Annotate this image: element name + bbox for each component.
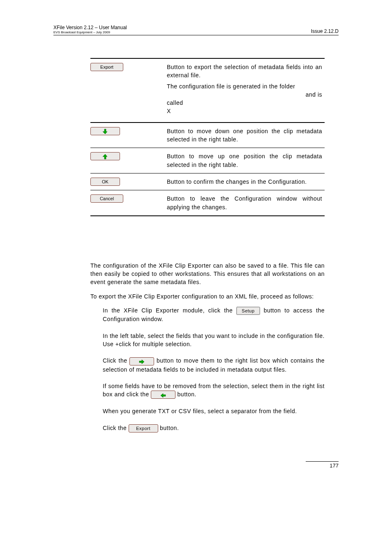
desc-text: The configuration file is generated in t… bbox=[167, 82, 322, 90]
paragraph: The configuration of the XFile Clip Expo… bbox=[90, 261, 325, 287]
table-row: Export Button to export the selection of… bbox=[90, 58, 325, 123]
button-description-table: Export Button to export the selection of… bbox=[90, 58, 325, 216]
ok-button[interactable]: OK bbox=[90, 178, 120, 186]
move-right-button[interactable] bbox=[129, 357, 154, 365]
step-6: Click the Export button. bbox=[103, 424, 325, 432]
body-section: The configuration of the XFile Clip Expo… bbox=[90, 261, 325, 301]
step-text: button. bbox=[178, 391, 196, 398]
page-footer: 177 bbox=[53, 461, 339, 469]
page-number: 177 bbox=[306, 461, 339, 469]
step-text: In the XFile Clip Exporter module, click… bbox=[103, 307, 236, 314]
desc-text: Button to confirm the changes in the Con… bbox=[167, 173, 325, 190]
setup-button[interactable]: Setup bbox=[236, 307, 260, 315]
desc-text: and is bbox=[167, 90, 322, 99]
table-row: Button to move down one position the cli… bbox=[90, 123, 325, 148]
export-button[interactable]: Export bbox=[90, 63, 123, 71]
step-2: In the left table, select the fields tha… bbox=[103, 332, 325, 349]
move-left-button[interactable] bbox=[151, 391, 175, 399]
step-text: Click the bbox=[103, 425, 129, 431]
page-header: XFile Version 2.12 – User Manual EVS Bro… bbox=[53, 25, 339, 35]
desc-text: called bbox=[167, 99, 322, 107]
step-text: button. bbox=[160, 425, 179, 431]
header-left: XFile Version 2.12 – User Manual EVS Bro… bbox=[53, 25, 127, 34]
step-text: field. bbox=[284, 408, 297, 414]
move-down-button[interactable] bbox=[90, 127, 120, 135]
table-row: OK Button to confirm the changes in the … bbox=[90, 173, 325, 190]
arrow-left-icon bbox=[160, 393, 166, 398]
step-text: When you generate TXT or CSV files, sele… bbox=[103, 408, 284, 414]
paragraph: To export the XFile Clip Exporter config… bbox=[90, 292, 325, 301]
desc-text: Button to leave the Configuration window… bbox=[167, 190, 325, 216]
step-4: If some fields have to be removed from t… bbox=[103, 382, 325, 399]
step-text: +click for multiple selection. bbox=[115, 341, 192, 347]
step-text: If some fields have to be removed from t… bbox=[103, 383, 325, 398]
table-row: Button to move up one position the clip … bbox=[90, 148, 325, 173]
export-description: Button to export the selection of metada… bbox=[167, 58, 325, 123]
arrow-right-icon bbox=[139, 359, 145, 364]
desc-text: Button to move up one position the clip … bbox=[167, 148, 325, 173]
export-button-inline[interactable]: Export bbox=[129, 424, 158, 432]
arrow-down-icon bbox=[102, 129, 108, 134]
step-text: Click the bbox=[103, 357, 129, 364]
steps-list: In the XFile Clip Exporter module, click… bbox=[103, 306, 325, 432]
desc-text: Button to move down one position the cli… bbox=[167, 123, 325, 148]
issue-number: Issue 2.12.D bbox=[311, 28, 339, 34]
move-up-button[interactable] bbox=[90, 152, 120, 160]
step-5: When you generate TXT or CSV files, sele… bbox=[103, 407, 325, 415]
manual-subtitle: EVS Broadcast Equipment – July 2009 bbox=[53, 30, 127, 34]
manual-title: XFile Version 2.12 – User Manual bbox=[53, 25, 127, 30]
step-1: In the XFile Clip Exporter module, click… bbox=[103, 306, 325, 324]
desc-text: X bbox=[167, 107, 322, 115]
cancel-button[interactable]: Cancel bbox=[90, 194, 123, 203]
step-3: Click the button to move them to the rig… bbox=[103, 356, 325, 374]
table-row: Cancel Button to leave the Configuration… bbox=[90, 190, 325, 216]
desc-text: Button to export the selection of metada… bbox=[167, 63, 322, 80]
arrow-up-icon bbox=[102, 154, 108, 160]
